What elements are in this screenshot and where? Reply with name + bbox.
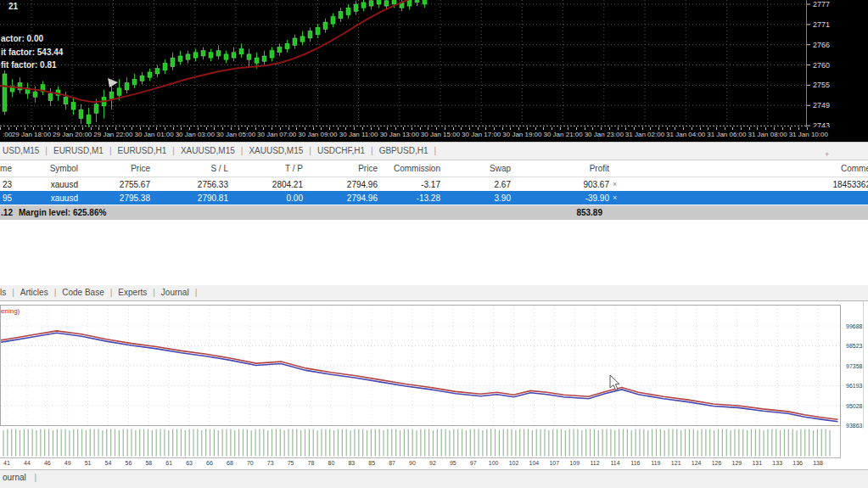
tab-separator: |: [54, 288, 57, 297]
cell-commission: -13.28: [417, 194, 440, 203]
cell-swap: 3.90: [495, 194, 511, 203]
time-tick-label: 31 Jan 10:00: [789, 131, 828, 138]
cell-comme: 18453362: [833, 180, 868, 189]
column-header[interactable]: S / L: [210, 164, 228, 173]
table-header-row: meSymbolPriceS / LT / PPriceCommissionSw…: [0, 161, 868, 177]
cell-commission: -3.17: [421, 180, 440, 189]
tester-x-tick-label: 51: [85, 460, 92, 466]
tester-x-tick-label: 131: [752, 460, 762, 466]
tester-x-tick-label: 109: [569, 460, 580, 466]
column-header[interactable]: Price: [358, 164, 378, 173]
cell-sl: 2756.33: [198, 180, 228, 189]
tester-x-tick-label: 46: [44, 460, 51, 466]
tester-y-tick-label: 97358: [846, 363, 863, 369]
cell-tp: 2804.21: [272, 180, 303, 189]
tester-x-tick-label: 112: [591, 460, 600, 466]
tester-plot-border: [1, 306, 841, 426]
price-tick-label: 2743: [813, 121, 830, 127]
free-margin-partial: .12: [1, 208, 13, 217]
time-tick-label: 30 Jan 07:00: [257, 131, 296, 138]
toolbox-tab-code-base[interactable]: Code Base: [62, 288, 104, 297]
cell-profit: -39.90: [585, 194, 609, 203]
position-row[interactable]: 95xauusd2795.382790.810.002794.96-13.283…: [0, 191, 868, 205]
time-tick-label: 31 Jan 02:00: [625, 131, 664, 138]
close-position-icon[interactable]: ×: [613, 180, 617, 188]
toolbox-tab-journal[interactable]: Journal: [161, 288, 189, 297]
tester-y-tick-label: 98523: [846, 343, 863, 349]
tester-grid: [1, 306, 840, 426]
tester-x-tick-label: 97: [470, 460, 477, 466]
chart-comment-line-1: actor: 0.00: [1, 34, 43, 43]
tester-x-tick-label: 104: [529, 460, 540, 466]
candlestick-chart-panel[interactable]: 2777277127662760275527492743 21 actor: 0…: [0, 0, 868, 127]
time-tick-label: 30 Jan 11:00: [339, 131, 378, 138]
chart-tab-eurusd-h1[interactable]: EURUSD,H1: [117, 146, 166, 155]
tester-x-tick-label: 73: [267, 460, 274, 466]
cell-price: 2794.96: [347, 180, 378, 189]
chart-grid: [0, 0, 806, 126]
time-tick-label: 30 Jan 05:00: [216, 131, 255, 138]
tester-x-tick-label: 56: [126, 460, 132, 466]
column-header[interactable]: Swap: [490, 164, 511, 173]
tester-x-tick-label: 66: [206, 460, 213, 466]
tester-x-tick-label: 85: [368, 460, 375, 466]
cell-tp: 0.00: [287, 194, 303, 203]
tester-x-tick-label: 107: [549, 460, 559, 466]
position-row[interactable]: 23xauusd2755.672756.332804.212794.96-3.1…: [0, 177, 868, 191]
tester-x-tick-label: 70: [247, 460, 254, 466]
toolbox-tab-articles[interactable]: Articles: [20, 288, 48, 297]
column-header[interactable]: me: [0, 164, 12, 173]
status-tab-journal[interactable]: ournal: [3, 473, 26, 482]
tester-x-tick-label: 92: [429, 460, 436, 466]
toolbox-tab-ls[interactable]: ls: [0, 288, 6, 297]
chart-tab-usd-m15[interactable]: USD,M15: [3, 146, 39, 155]
time-tick-label: 30 Jan 09:00: [298, 131, 337, 138]
tester-partial-label: ening): [1, 307, 20, 315]
time-tick-label: 29 Jan 22:00: [93, 131, 132, 138]
chart-comment-line-3: fit factor: 0.81: [1, 60, 57, 70]
chart-tab-eurusd-m1[interactable]: EURUSD,M1: [53, 146, 104, 155]
time-tick-label: 30 Jan 21:00: [543, 131, 582, 138]
tester-x-tick-label: 114: [610, 460, 619, 466]
tester-x-tick-label: 136: [792, 460, 803, 466]
candlestick-chart[interactable]: 2777277127662760275527492743: [0, 0, 868, 127]
time-tick-label: 31 Jan 08:00: [748, 131, 787, 138]
close-position-icon[interactable]: ×: [613, 194, 617, 202]
column-header[interactable]: Symbol: [50, 164, 78, 173]
cell-symbol: xauusd: [51, 180, 78, 189]
chart-tab-gbpusd-h1[interactable]: GBPUSD,H1: [379, 146, 428, 155]
mouse-cursor: [609, 374, 621, 391]
total-profit: 853.89: [576, 208, 602, 217]
time-tick-label: 30 Jan 15:00: [421, 131, 460, 138]
tabs-scroll-icon[interactable]: +: [825, 151, 829, 159]
tester-chart-panel[interactable]: ening) 414446495154565861636668707375788…: [0, 301, 868, 469]
tester-chart[interactable]: 4144464951545658616366687073757880838587…: [0, 301, 868, 469]
column-header[interactable]: Commission: [394, 164, 440, 173]
tab-separator: |: [45, 146, 48, 155]
trade-arrow-icon: [108, 78, 118, 87]
time-tick-label: 30 Jan 01:00: [134, 131, 173, 138]
price-tick-label: 2755: [813, 81, 830, 89]
tester-x-tick-label: 78: [308, 460, 315, 466]
tab-separator: |: [35, 473, 37, 482]
tab-separator: |: [195, 288, 198, 297]
cell-price: 2794.96: [347, 194, 378, 203]
chart-comment-line-2: it factor: 543.44: [1, 48, 63, 57]
time-tick-label: 30 Jan 17:00: [462, 131, 501, 138]
column-header[interactable]: Price: [131, 164, 150, 173]
chart-tab-xauusd-m15[interactable]: XAUUSD,M15: [181, 146, 235, 155]
price-tick-label: 2771: [813, 20, 830, 29]
price-tick-label: 2749: [813, 101, 830, 109]
chart-tab-usdchf-h1[interactable]: USDCHF,H1: [317, 146, 365, 155]
column-header[interactable]: Profit: [590, 164, 609, 173]
chart-tab-xauusd-m15[interactable]: XAUUSD,M15: [249, 146, 303, 155]
tester-x-tick-label: 63: [186, 460, 193, 466]
chart-comment-line-0: 21: [8, 2, 18, 11]
toolbox-tab-experts[interactable]: Experts: [118, 288, 147, 297]
tester-y-tick-label: 99688: [846, 323, 863, 329]
column-header[interactable]: T / P: [285, 164, 303, 173]
tester-x-tick-label: 54: [105, 460, 112, 466]
column-header[interactable]: Comme: [841, 164, 868, 173]
time-tick-label: :00: [3, 131, 12, 138]
time-axis[interactable]: :0029 Jan 18:0029 Jan 20:0029 Jan 22:003…: [0, 127, 868, 142]
